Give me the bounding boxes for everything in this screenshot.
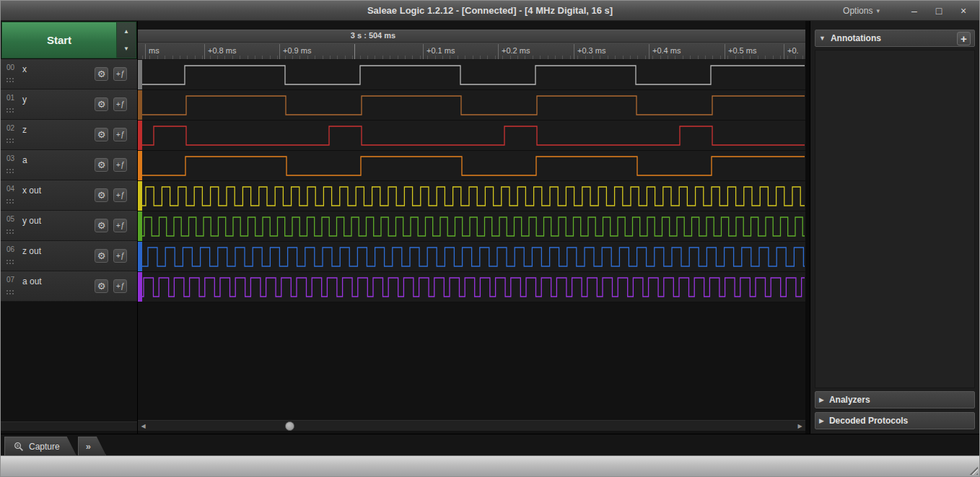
channel-trigger-button[interactable]: +ƒ xyxy=(113,188,127,202)
minor-tick xyxy=(487,56,488,59)
scrollbar-thumb[interactable] xyxy=(285,421,294,431)
add-annotation-button[interactable]: + xyxy=(957,32,971,45)
waveform-row[interactable] xyxy=(138,211,805,242)
channel-trigger-button[interactable]: +ƒ xyxy=(113,279,127,293)
minor-tick xyxy=(577,56,578,59)
channel-trigger-button[interactable]: +ƒ xyxy=(113,158,127,172)
waveform-area: 3 s : 504 ms ms+0.8 ms+0.9 ms+0.1 ms+0.2… xyxy=(138,21,805,434)
minor-tick xyxy=(802,56,803,59)
channel-trigger-button[interactable]: +ƒ xyxy=(113,67,127,81)
decoded-protocols-header[interactable]: ▶ Decoded Protocols xyxy=(815,412,975,429)
channel-trigger-button[interactable]: +ƒ xyxy=(113,249,127,263)
waveform-row[interactable] xyxy=(138,242,805,272)
analyzers-header[interactable]: ▶ Analyzers xyxy=(815,391,975,408)
magnifier-icon xyxy=(14,442,24,452)
timeline-tick xyxy=(649,44,649,59)
minor-tick xyxy=(562,56,563,59)
side-panel: ▼ Annotations + ▶ Analyzers ▶ Decoded Pr… xyxy=(810,21,979,434)
channel-settings-gear-button[interactable]: ⚙ xyxy=(95,158,108,172)
minor-tick xyxy=(652,56,653,59)
minor-tick xyxy=(773,56,774,59)
main-content: Start ▲ ▼ 00x⚙+ƒ01y⚙+ƒ02z⚙+ƒ03a⚙+ƒ04x ou… xyxy=(1,21,979,434)
arrow-up-button[interactable]: ▲ xyxy=(117,22,136,40)
channel-settings-gear-button[interactable]: ⚙ xyxy=(95,219,108,232)
channel-panel: Start ▲ ▼ 00x⚙+ƒ01y⚙+ƒ02z⚙+ƒ03a⚙+ƒ04x ou… xyxy=(1,21,138,434)
timeline-absolute-bar[interactable]: 3 s : 504 ms xyxy=(138,30,805,43)
minor-tick xyxy=(270,56,271,59)
minor-tick xyxy=(712,56,713,59)
decoded-protocols-label: Decoded Protocols xyxy=(829,416,908,426)
annotations-body xyxy=(815,50,975,388)
more-tabs-button[interactable]: » xyxy=(78,437,106,455)
minor-tick xyxy=(285,56,286,59)
channel-row[interactable]: 00x⚙+ƒ xyxy=(1,59,137,89)
minor-tick xyxy=(248,56,248,59)
minor-tick xyxy=(382,56,383,59)
channel-settings-gear-button[interactable]: ⚙ xyxy=(95,67,108,81)
minor-tick xyxy=(608,56,608,59)
maximize-button[interactable]: □ xyxy=(930,4,948,18)
minor-tick xyxy=(592,56,593,59)
timeline-tick xyxy=(498,44,499,59)
minor-tick xyxy=(750,56,751,59)
horizontal-scrollbar[interactable]: ◀ ▶ xyxy=(138,420,805,431)
channel-trigger-button[interactable]: +ƒ xyxy=(113,97,127,111)
options-label: Options xyxy=(843,6,872,16)
timeline-tick xyxy=(279,44,280,59)
arrow-down-button[interactable]: ▼ xyxy=(117,40,136,58)
waveform-row[interactable] xyxy=(138,121,805,151)
minor-tick xyxy=(780,56,781,59)
timeline-tick-label: ms xyxy=(149,46,159,55)
minor-tick xyxy=(337,56,338,59)
timeline-ruler[interactable]: ms+0.8 ms+0.9 ms+0.1 ms+0.2 ms+0.3 ms+0.… xyxy=(138,43,805,60)
minor-tick xyxy=(743,56,743,59)
channel-settings-gear-button[interactable]: ⚙ xyxy=(95,188,108,202)
channel-trigger-button[interactable]: +ƒ xyxy=(113,219,127,232)
minor-tick xyxy=(420,56,421,59)
minor-tick xyxy=(210,56,211,59)
waveform-row[interactable] xyxy=(138,151,805,181)
scroll-left-button[interactable]: ◀ xyxy=(138,421,149,432)
options-menu[interactable]: Options ▾ xyxy=(843,6,880,16)
channel-row[interactable]: 07a out⚙+ƒ xyxy=(1,271,137,302)
minor-tick xyxy=(660,56,661,59)
waveform-row[interactable] xyxy=(138,90,805,121)
resize-grip-icon[interactable] xyxy=(968,465,978,475)
channel-row[interactable]: 06z out⚙+ƒ xyxy=(1,241,137,271)
scroll-right-button[interactable]: ▶ xyxy=(795,421,805,432)
minor-tick xyxy=(525,56,525,59)
waveform-empty-area[interactable] xyxy=(138,302,805,420)
channel-settings-gear-button[interactable]: ⚙ xyxy=(95,97,108,111)
channel-row[interactable]: 05y out⚙+ƒ xyxy=(1,211,137,241)
titlebar: Saleae Logic 1.2.12 - [Connected] - [4 M… xyxy=(1,1,979,21)
channel-panel-scrollbar[interactable] xyxy=(1,421,137,431)
channel-settings-gear-button[interactable]: ⚙ xyxy=(95,128,108,141)
channel-trigger-button[interactable]: +ƒ xyxy=(113,128,127,141)
channel-connector-icon xyxy=(6,139,8,140)
timeline-tick xyxy=(204,44,205,59)
waveform-plot xyxy=(142,181,805,211)
channel-settings-gear-button[interactable]: ⚙ xyxy=(95,249,108,263)
waveform-list xyxy=(138,60,805,302)
minor-tick xyxy=(232,56,233,59)
waveform-row[interactable] xyxy=(138,60,805,90)
waveform-row[interactable] xyxy=(138,181,805,211)
timeline-absolute-label: 3 s : 504 ms xyxy=(351,31,395,40)
channel-row[interactable]: 04x out⚙+ƒ xyxy=(1,180,137,211)
channel-number: 06 xyxy=(6,245,14,253)
minor-tick xyxy=(698,56,699,59)
waveform-plot xyxy=(142,121,805,151)
minor-tick xyxy=(202,56,203,59)
channel-connector-icon xyxy=(6,169,8,170)
waveform-row[interactable] xyxy=(138,272,805,302)
channel-settings-gear-button[interactable]: ⚙ xyxy=(95,279,108,293)
channel-row[interactable]: 01y⚙+ƒ xyxy=(1,89,137,120)
start-button[interactable]: Start xyxy=(1,22,117,58)
annotations-header[interactable]: ▼ Annotations + xyxy=(815,30,975,47)
channel-row[interactable]: 02z⚙+ƒ xyxy=(1,120,137,150)
minor-tick xyxy=(645,56,646,59)
close-button[interactable]: × xyxy=(955,4,972,18)
channel-row[interactable]: 03a⚙+ƒ xyxy=(1,150,137,180)
capture-tab[interactable]: Capture xyxy=(4,437,76,455)
minimize-button[interactable]: – xyxy=(906,4,923,18)
